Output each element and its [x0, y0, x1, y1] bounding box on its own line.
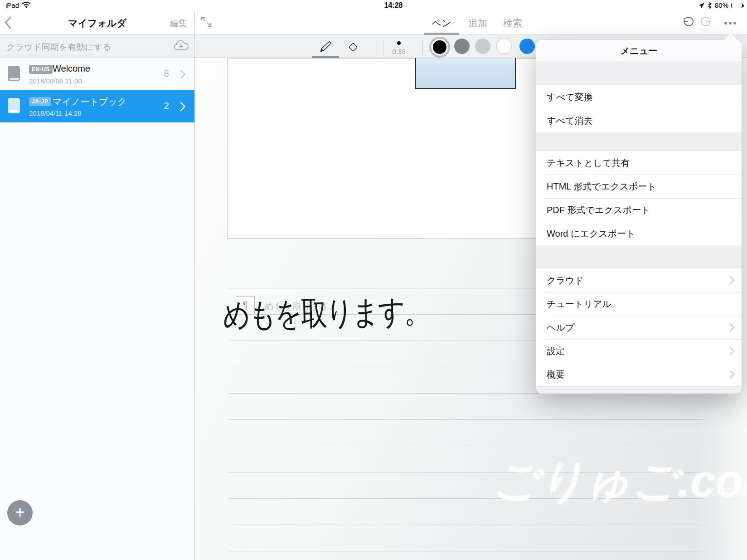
- notebook-date: 2018/04/11 14:28: [29, 109, 82, 117]
- battery-percent: 80%: [715, 1, 728, 9]
- edit-button[interactable]: 編集: [170, 18, 187, 29]
- chevron-right-icon: [729, 323, 734, 332]
- menu-item-export-word[interactable]: Word にエクスポート: [536, 222, 742, 245]
- toolbar-divider: [383, 41, 383, 55]
- chevron-right-icon: [729, 276, 734, 285]
- notebook-date: 2016/08/08 21:00: [29, 77, 82, 85]
- menu-item-help[interactable]: ヘルプ: [536, 316, 742, 339]
- menu-item-about[interactable]: 概要: [536, 363, 742, 386]
- menu-item-erase-all[interactable]: すべて消去: [536, 109, 742, 132]
- menu-item-export-html[interactable]: HTML 形式でエクスポート: [536, 175, 742, 198]
- wifi-icon: [22, 2, 31, 9]
- menu-popover: メニュー すべて変換 すべて消去 テキストとして共有 HTML 形式でエクスポー…: [536, 40, 742, 394]
- sidebar: マイフォルダ 編集 クラウド同期を有効にする EN-US Welcome 201…: [0, 11, 195, 560]
- menu-item-convert-all[interactable]: すべて変換: [536, 85, 742, 109]
- page-count: 8: [164, 68, 169, 79]
- chevron-right-icon: [179, 69, 185, 79]
- folder-title: マイフォルダ: [0, 17, 194, 29]
- notebook-icon: [8, 66, 20, 81]
- color-swatch-blue[interactable]: [519, 39, 535, 54]
- battery-icon: [731, 3, 742, 8]
- eraser-tool-icon[interactable]: [346, 40, 360, 54]
- language-badge: EN-US: [29, 65, 53, 74]
- active-tool-underline: [312, 56, 339, 58]
- chevron-right-icon: [179, 102, 185, 112]
- sidebar-header: マイフォルダ 編集: [0, 11, 194, 35]
- toolbar-divider: [422, 41, 423, 55]
- popover-caret: [724, 33, 737, 40]
- menu-item-settings[interactable]: 設定: [536, 339, 742, 363]
- color-swatch-black[interactable]: [433, 40, 446, 54]
- cloud-sync-row[interactable]: クラウド同期を有効にする: [0, 35, 194, 58]
- watermark-text: ごりゅご.com: [492, 451, 747, 512]
- page-count: 2: [164, 100, 169, 111]
- menu-item-export-pdf[interactable]: PDF 形式でエクスポート: [536, 198, 742, 222]
- notebook-title: Welcome: [53, 63, 90, 74]
- chevron-right-icon: [729, 370, 734, 379]
- device-label: iPad: [5, 1, 19, 9]
- tab-add[interactable]: 追加: [461, 17, 495, 29]
- notebook-icon: [8, 98, 20, 113]
- location-icon: [698, 2, 705, 9]
- notebook-row-welcome[interactable]: EN-US Welcome 2016/08/08 21:00 8: [0, 58, 194, 90]
- language-badge: JA-JP: [29, 97, 51, 106]
- clock: 14:28: [384, 1, 403, 10]
- pencil-tool-icon[interactable]: [319, 39, 333, 54]
- notebook-title: マイノートブック: [53, 96, 126, 108]
- tab-pen[interactable]: ペン: [424, 17, 459, 29]
- chevron-right-icon: [729, 346, 734, 355]
- redo-button[interactable]: [699, 16, 714, 30]
- stroke-width-value: 0.35: [385, 48, 412, 55]
- app-window: iPad 14:28 80%: [0, 0, 747, 560]
- menu-title: メニュー: [536, 40, 742, 62]
- menu-item-tutorial[interactable]: チュートリアル: [536, 292, 742, 316]
- cloud-sync-label: クラウド同期を有効にする: [6, 41, 112, 53]
- notebook-row-mynotebook[interactable]: JA-JP マイノートブック 2018/04/11 14:28 2: [0, 90, 194, 122]
- undo-button[interactable]: [681, 16, 696, 30]
- add-notebook-button[interactable]: +: [7, 500, 33, 526]
- drawn-rectangle-shape: [415, 57, 516, 89]
- stroke-width-dot[interactable]: [397, 41, 401, 45]
- document-header: ペン 追加 検索: [195, 11, 747, 35]
- handwritten-text: めもを取ります。: [223, 289, 430, 338]
- cloud-add-icon[interactable]: [173, 40, 190, 53]
- menu-item-cloud[interactable]: クラウド: [536, 268, 742, 292]
- more-menu-button[interactable]: [720, 17, 740, 29]
- bluetooth-icon: [708, 2, 712, 9]
- menu-item-share-as-text[interactable]: テキストとして共有: [536, 151, 742, 175]
- fullscreen-toggle-icon[interactable]: [200, 15, 213, 29]
- color-swatch-gray[interactable]: [454, 39, 470, 54]
- status-bar: iPad 14:28 80%: [0, 0, 747, 11]
- color-swatch-lightgray[interactable]: [475, 39, 490, 54]
- color-swatch-white[interactable]: [496, 39, 512, 54]
- tab-search[interactable]: 検索: [495, 17, 530, 29]
